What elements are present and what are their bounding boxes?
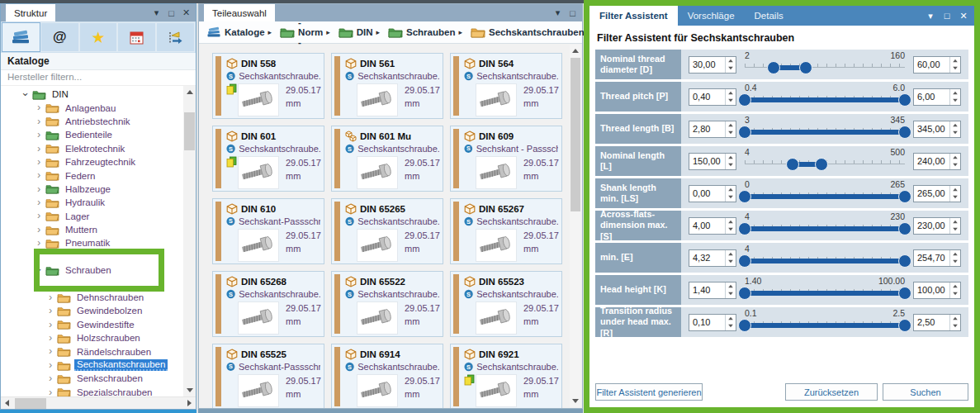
- tree-item-pneumatik[interactable]: › Pneumatik: [1, 236, 196, 249]
- slider-selected-range[interactable]: [745, 97, 905, 102]
- spin-down-icon[interactable]: [950, 225, 960, 234]
- breadcrumb-din[interactable]: DIN ▸: [334, 25, 384, 40]
- chevron-right-icon[interactable]: ›: [34, 265, 45, 275]
- spin-up-icon[interactable]: [726, 250, 736, 259]
- chevron-right-icon[interactable]: ›: [34, 116, 44, 127]
- manufacturer-filter-input[interactable]: Hersteller filtern...: [1, 70, 196, 86]
- scrollbar-thumb[interactable]: [15, 398, 46, 409]
- part-card-din-65267[interactable]: DIN 65267 S Sechskantschraube...: [450, 198, 562, 264]
- slider-selected-range[interactable]: [745, 226, 905, 231]
- toolbar-catalog-books-button[interactable]: [2, 22, 40, 52]
- spin-up-icon[interactable]: [726, 186, 736, 194]
- tree-item-din[interactable]: › DIN: [1, 88, 196, 101]
- tree-item-senkschrauben[interactable]: › Senkschrauben: [1, 372, 196, 385]
- spin-down-icon[interactable]: [950, 322, 960, 330]
- part-card-din-609[interactable]: DIN 609 S Sechskant - Passsch...: [450, 126, 562, 192]
- part-card-din-558[interactable]: DIN 558 S Sechskantschraube...: [212, 53, 324, 119]
- slider-selected-range[interactable]: [745, 323, 905, 328]
- tree-item-obscured[interactable]: [1, 277, 196, 290]
- toolbar-favorites-button[interactable]: ★: [79, 22, 118, 52]
- slider-handle-high[interactable]: [799, 61, 812, 74]
- filter-max-spinbox[interactable]: 265,00: [913, 185, 961, 202]
- slider-handle-high[interactable]: [898, 222, 911, 235]
- filter-min-spinbox[interactable]: 2,80: [689, 121, 736, 138]
- spin-down-icon[interactable]: [726, 97, 736, 105]
- spin-up-icon[interactable]: [950, 154, 960, 162]
- spin-down-icon[interactable]: [726, 258, 736, 266]
- spin-down-icon[interactable]: [950, 290, 960, 298]
- spin-down-icon[interactable]: [950, 129, 960, 137]
- search-button[interactable]: Suchen: [883, 383, 968, 401]
- breadcrumb-kataloge[interactable]: Kataloge ▸: [202, 25, 276, 40]
- part-card-din-65525[interactable]: DIN 65525 S Sechskant-Passschr...: [212, 344, 324, 408]
- maximize-icon[interactable]: □: [164, 8, 178, 18]
- spin-up-icon[interactable]: [950, 57, 960, 65]
- spin-down-icon[interactable]: [950, 161, 960, 169]
- range-slider[interactable]: 2 160: [745, 50, 905, 79]
- chevron-right-icon[interactable]: ›: [45, 306, 55, 316]
- chevron-right-icon[interactable]: ›: [45, 320, 55, 330]
- part-card-din-6914[interactable]: DIN 6914 S Sechskantschraube...: [331, 344, 443, 408]
- slider-handle-low[interactable]: [738, 190, 751, 203]
- scroll-up-icon[interactable]: [183, 86, 196, 98]
- chevron-right-icon[interactable]: ›: [21, 89, 31, 99]
- spin-up-icon[interactable]: [726, 218, 736, 226]
- tree-vertical-scrollbar[interactable]: [183, 86, 196, 396]
- spin-up-icon[interactable]: [726, 89, 736, 97]
- tree-item-obscured[interactable]: [1, 250, 196, 263]
- range-slider[interactable]: 4 500: [745, 146, 905, 176]
- scroll-down-icon[interactable]: [183, 384, 196, 396]
- chevron-right-icon[interactable]: ›: [34, 130, 44, 140]
- scroll-up-icon[interactable]: [570, 45, 581, 57]
- spin-down-icon[interactable]: [950, 97, 960, 105]
- toolbar-assembly-plan-button[interactable]: [156, 22, 195, 52]
- filter-min-spinbox[interactable]: 4,32: [689, 249, 736, 267]
- spin-up-icon[interactable]: [950, 121, 960, 130]
- tree-item-lager[interactable]: › Lager: [1, 210, 196, 223]
- slider-handle-high[interactable]: [898, 319, 911, 332]
- filter-max-spinbox[interactable]: 6,00: [913, 88, 961, 106]
- chevron-right-icon[interactable]: ›: [34, 225, 44, 235]
- range-slider[interactable]: 3 345: [745, 114, 905, 144]
- filter-min-spinbox[interactable]: 0,40: [689, 88, 736, 106]
- part-card-din-610[interactable]: DIN 610 S Sechskant-Passschr...: [212, 198, 324, 264]
- scroll-right-icon[interactable]: [183, 397, 196, 410]
- spin-down-icon[interactable]: [950, 64, 960, 73]
- part-card-din-65522[interactable]: DIN 65522 S Sechskantschraube...: [331, 271, 443, 337]
- generate-filter-button[interactable]: Filter Assistent generieren: [595, 383, 703, 401]
- spin-up-icon[interactable]: [726, 315, 736, 323]
- part-card-din-6921[interactable]: DIN 6921 S Sechskantschraube...: [450, 344, 562, 408]
- part-card-din-601[interactable]: DIN 601 S Sechskantschraube...: [212, 126, 324, 192]
- spin-up-icon[interactable]: [950, 250, 960, 259]
- filter-min-spinbox[interactable]: 150,00: [689, 153, 736, 170]
- tree-item-antriebstechnik[interactable]: › Antriebstechnik: [1, 115, 196, 128]
- spin-down-icon[interactable]: [726, 225, 736, 234]
- filter-min-spinbox[interactable]: 1,40: [689, 282, 736, 299]
- tree-item-rändelschrauben[interactable]: › Rändelschrauben: [1, 344, 196, 358]
- spin-down-icon[interactable]: [726, 290, 736, 298]
- chevron-right-icon[interactable]: ›: [45, 387, 55, 396]
- tab-vorschlaege[interactable]: Vorschläge: [678, 6, 745, 26]
- tree-item-elektrotechnik[interactable]: › Elektrotechnik: [1, 142, 196, 155]
- slider-handle-high[interactable]: [898, 190, 911, 203]
- tree-item-federn[interactable]: › Federn: [1, 169, 196, 182]
- chevron-right-icon[interactable]: ›: [34, 197, 44, 208]
- range-slider[interactable]: 4: [745, 243, 905, 273]
- scroll-down-icon[interactable]: [570, 395, 581, 407]
- chevron-right-icon[interactable]: ›: [34, 157, 44, 168]
- close-icon[interactable]: ✕: [957, 11, 970, 21]
- spin-down-icon[interactable]: [950, 193, 960, 202]
- slider-handle-high[interactable]: [898, 93, 911, 107]
- chevron-right-icon[interactable]: ›: [45, 360, 55, 371]
- slider-selected-range[interactable]: [745, 259, 905, 263]
- reset-button[interactable]: Zurücksetzen: [785, 383, 878, 401]
- slider-handle-high[interactable]: [815, 158, 828, 171]
- filter-max-spinbox[interactable]: 2,50: [913, 314, 961, 331]
- filter-min-spinbox[interactable]: 4,00: [689, 217, 736, 235]
- part-card-din-65265[interactable]: DIN 65265 S Sechskantschraube...: [331, 198, 443, 264]
- filter-min-spinbox[interactable]: 0,00: [689, 185, 736, 202]
- scrollbar-thumb[interactable]: [184, 112, 195, 150]
- slider-selected-range[interactable]: [745, 130, 905, 135]
- spin-down-icon[interactable]: [726, 322, 736, 330]
- tree-item-bedienteile[interactable]: › Bedienteile: [1, 128, 196, 141]
